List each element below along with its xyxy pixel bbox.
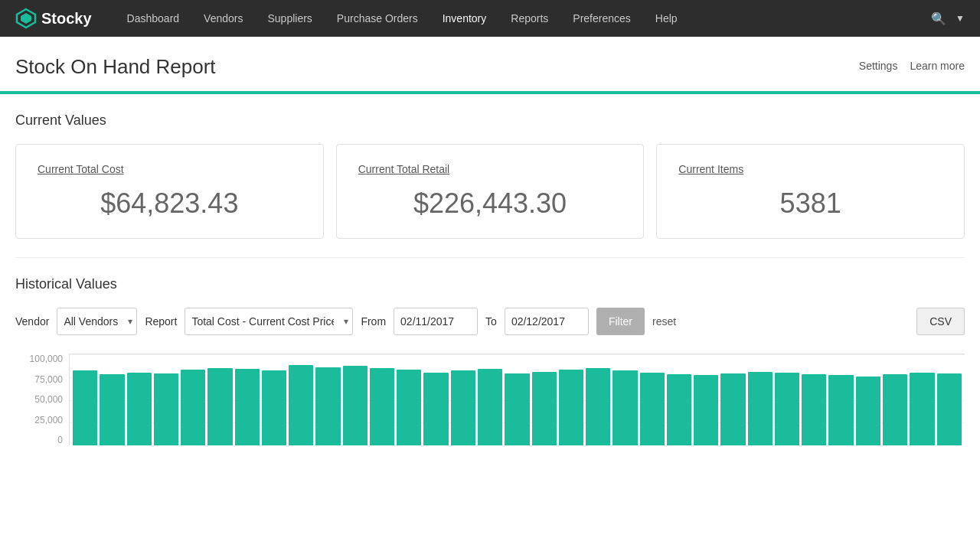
settings-link[interactable]: Settings [859, 60, 898, 72]
user-dropdown-icon[interactable]: ▼ [956, 13, 965, 24]
chart-bar [235, 369, 260, 445]
chart-bar [315, 367, 340, 445]
vendor-select-wrapper: All Vendors [57, 308, 137, 335]
y-label-50k: 50,000 [34, 394, 63, 405]
to-date-input[interactable] [505, 308, 589, 335]
stat-card-cost-label: Current Total Cost [38, 163, 302, 175]
chart-bar [586, 368, 610, 445]
page-title: Stock On Hand Report [15, 55, 216, 79]
search-icon[interactable]: 🔍 [931, 11, 946, 26]
chart-bar [289, 365, 313, 445]
chart-bar [181, 370, 205, 445]
header-actions: Settings Learn more [859, 60, 965, 72]
learn-more-link[interactable]: Learn more [910, 60, 965, 72]
chart-bar [667, 374, 691, 445]
stat-cards: Current Total Cost $64,823.43 Current To… [15, 144, 965, 239]
chart-y-axis: 100,000 75,000 50,000 25,000 0 [15, 354, 69, 445]
stat-card-retail-value: $226,443.30 [358, 187, 622, 220]
nav-dashboard[interactable]: Dashboard [115, 0, 192, 37]
chart-bar [775, 373, 799, 445]
current-values-section: Current Values Current Total Cost $64,82… [0, 94, 980, 257]
filter-button[interactable]: Filter [596, 308, 645, 335]
chart-bar [640, 373, 665, 445]
logo[interactable]: Stocky [15, 8, 92, 29]
chart-bar [856, 377, 880, 445]
chart-bar [559, 370, 583, 445]
chart-bar [802, 374, 826, 445]
nav-preferences[interactable]: Preferences [560, 0, 642, 37]
stat-card-cost: Current Total Cost $64,823.43 [15, 144, 324, 239]
chart-bar [154, 373, 178, 445]
chart-bar [612, 370, 637, 445]
chart-bar [937, 373, 962, 445]
nav-reports[interactable]: Reports [498, 0, 560, 37]
stat-card-retail: Current Total Retail $226,443.30 [336, 144, 645, 239]
chart-bar [910, 373, 934, 445]
reset-link[interactable]: reset [652, 315, 676, 328]
current-values-title: Current Values [15, 112, 965, 129]
chart-bar [883, 374, 907, 445]
vendor-label: Vendor [15, 315, 49, 328]
page-header: Stock On Hand Report Settings Learn more [0, 37, 980, 79]
chart-bar [694, 375, 718, 445]
chart-container: 100,000 75,000 50,000 25,000 0 [15, 354, 965, 461]
stat-card-items-label: Current Items [678, 163, 942, 175]
vendor-select[interactable]: All Vendors [57, 308, 137, 335]
chart-bar [423, 373, 448, 445]
from-label: From [361, 315, 386, 328]
chart-bar [73, 370, 97, 445]
stat-card-cost-value: $64,823.43 [38, 187, 302, 220]
stat-card-items-value: 5381 [678, 187, 942, 220]
historical-values-section: Historical Values Vendor All Vendors Rep… [0, 258, 980, 479]
chart-bar [720, 373, 745, 445]
logo-icon [15, 8, 37, 29]
to-label: To [485, 315, 497, 328]
y-label-25k: 25,000 [34, 415, 63, 425]
from-date-input[interactable] [394, 308, 478, 335]
report-select[interactable]: Total Cost - Current Cost Price [185, 308, 353, 335]
chart-bar [451, 370, 475, 445]
y-label-100k: 100,000 [30, 354, 63, 364]
chart-bar [828, 375, 853, 445]
stat-card-items: Current Items 5381 [656, 144, 965, 239]
stat-card-retail-label: Current Total Retail [358, 163, 622, 175]
chart-bar [397, 370, 421, 445]
report-label: Report [145, 315, 177, 328]
chart-bar [343, 366, 368, 445]
logo-text: Stocky [41, 10, 92, 28]
bars-row [70, 354, 965, 445]
nav-inventory[interactable]: Inventory [430, 0, 499, 37]
chart-bar [262, 370, 286, 445]
chart-bar [370, 368, 394, 445]
nav-suppliers[interactable]: Suppliers [255, 0, 324, 37]
nav-purchase-orders[interactable]: Purchase Orders [325, 0, 430, 37]
nav-vendors[interactable]: Vendors [191, 0, 255, 37]
nav-links: Dashboard Vendors Suppliers Purchase Ord… [115, 0, 932, 37]
navbar: Stocky Dashboard Vendors Suppliers Purch… [0, 0, 980, 37]
y-label-75k: 75,000 [34, 374, 63, 385]
chart-bar [127, 373, 152, 445]
svg-marker-1 [21, 13, 31, 24]
chart-bar [748, 372, 773, 445]
csv-button[interactable]: CSV [916, 308, 965, 335]
chart-bar [478, 369, 502, 445]
nav-help[interactable]: Help [643, 0, 690, 37]
chart-bar [532, 372, 557, 445]
chart-bar [505, 373, 529, 445]
chart-bar [207, 368, 232, 445]
filters-row: Vendor All Vendors Report Total Cost - C… [15, 308, 965, 335]
nav-right: 🔍 ▼ [931, 11, 965, 26]
chart-bar [100, 374, 124, 445]
report-select-wrapper: Total Cost - Current Cost Price [185, 308, 353, 335]
chart-area [69, 354, 965, 445]
historical-values-title: Historical Values [15, 276, 965, 292]
y-label-0: 0 [57, 435, 63, 445]
